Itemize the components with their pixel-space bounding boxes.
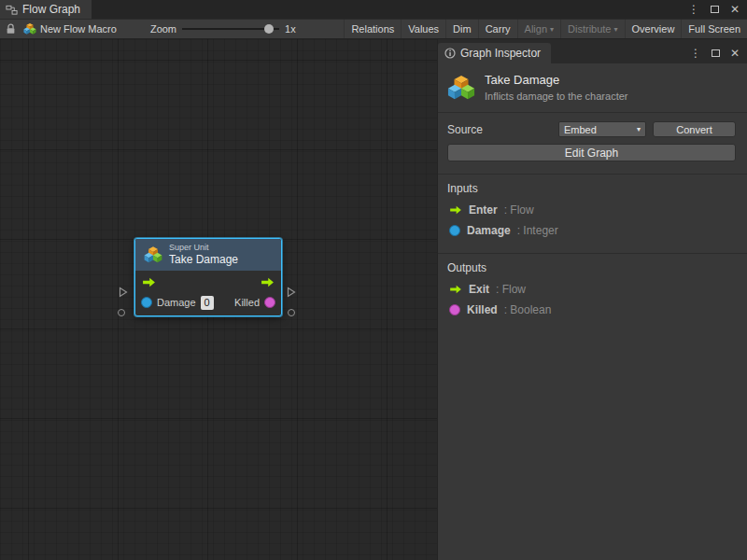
boolean-port-icon (449, 304, 460, 315)
edit-graph-button[interactable]: Edit Graph (447, 144, 736, 161)
exit-flow-port-icon[interactable] (261, 277, 275, 287)
node-title: Take Damage (169, 253, 238, 266)
zoom-slider[interactable] (182, 23, 279, 35)
maximize-icon[interactable] (711, 4, 719, 15)
node-kind-label: Super Unit (169, 243, 238, 253)
external-flow-marker-right[interactable] (287, 287, 296, 298)
damage-port-icon[interactable] (141, 297, 152, 308)
menu-icon[interactable]: ⋮ (688, 4, 699, 15)
info-icon (444, 48, 456, 59)
toolbar-button-align[interactable]: Align▾ (517, 20, 560, 38)
damage-port-label: Damage (157, 297, 196, 308)
toolbar-button-overview[interactable]: Overview (625, 20, 682, 38)
node-take-damage[interactable]: Super Unit Take Damage Damage 0 Killed (134, 238, 282, 316)
inspector-tabrow: Graph Inspector ⋮ ✕ (438, 39, 747, 63)
zoom-slider-knob[interactable] (264, 24, 274, 34)
source-dropdown-value: Embed (564, 124, 597, 135)
titlebar: Flow Graph ⋮ ✕ (0, 0, 747, 19)
super-unit-icon (144, 245, 162, 264)
outputs-header: Outputs (438, 254, 747, 279)
damage-value-field[interactable]: 0 (201, 296, 214, 310)
super-unit-icon (447, 74, 475, 102)
input-item-enter: Enter : Flow (438, 200, 747, 220)
toolbar: New Flow Macro Zoom 1x Relations Values … (0, 19, 747, 39)
toolbar-button-dim[interactable]: Dim (445, 20, 478, 38)
toolbar-button-fullscreen[interactable]: Full Screen (681, 20, 747, 38)
source-label: Source (447, 123, 552, 136)
killed-port-label: Killed (234, 297, 260, 308)
tab-flow-graph[interactable]: Flow Graph (0, 0, 92, 19)
macro-label: New Flow Macro (40, 23, 117, 35)
convert-button[interactable]: Convert (653, 121, 736, 137)
window-title: Flow Graph (22, 3, 80, 16)
toolbar-button-relations[interactable]: Relations (344, 20, 401, 38)
menu-icon[interactable]: ⋮ (690, 48, 701, 59)
macro-selector[interactable]: New Flow Macro (23, 22, 117, 35)
source-dropdown[interactable]: Embed ▾ (558, 121, 646, 137)
tab-graph-inspector[interactable]: Graph Inspector (438, 43, 551, 63)
flow-graph-window: Flow Graph ⋮ ✕ New Flow Macro Zoom 1x (0, 0, 747, 560)
chevron-down-icon: ▾ (614, 25, 618, 34)
zoom-label: Zoom (150, 23, 176, 35)
close-icon[interactable]: ✕ (730, 48, 740, 59)
toolbar-button-distribute[interactable]: Distribute▾ (560, 20, 624, 38)
toolbar-button-values[interactable]: Values (401, 20, 445, 38)
killed-port-icon[interactable] (264, 297, 275, 308)
integer-port-icon (449, 225, 460, 236)
flow-port-icon (449, 285, 462, 294)
inputs-header: Inputs (438, 175, 747, 200)
maximize-box (712, 49, 720, 57)
close-icon[interactable]: ✕ (730, 4, 740, 15)
input-item-damage: Damage : Integer (438, 220, 747, 241)
external-flow-marker-left[interactable] (119, 287, 128, 298)
flow-graph-icon (6, 4, 18, 16)
flow-port-icon (449, 205, 462, 215)
inspector-title: Take Damage (485, 73, 627, 87)
maximize-box (711, 6, 719, 13)
maximize-icon[interactable] (712, 48, 720, 59)
node-header[interactable]: Super Unit Take Damage (135, 239, 281, 271)
graph-inspector-panel: Graph Inspector ⋮ ✕ Take Damage Inflicts… (437, 39, 747, 560)
inspector-subtitle: Inflicts damage to the character (485, 91, 627, 102)
chevron-down-icon: ▾ (550, 25, 554, 34)
enter-flow-port-icon[interactable] (142, 277, 156, 287)
macro-icon (23, 22, 36, 35)
chevron-down-icon: ▾ (637, 125, 641, 133)
output-item-exit: Exit : Flow (438, 279, 747, 300)
lock-icon[interactable] (6, 23, 16, 35)
toolbar-button-carry[interactable]: Carry (478, 20, 517, 38)
output-item-killed: Killed : Boolean (438, 300, 747, 320)
zoom-value: 1x (285, 23, 296, 35)
external-value-marker-left[interactable] (118, 309, 125, 316)
inspector-header: Take Damage Inflicts damage to the chara… (438, 63, 747, 113)
external-value-marker-right[interactable] (288, 309, 295, 316)
